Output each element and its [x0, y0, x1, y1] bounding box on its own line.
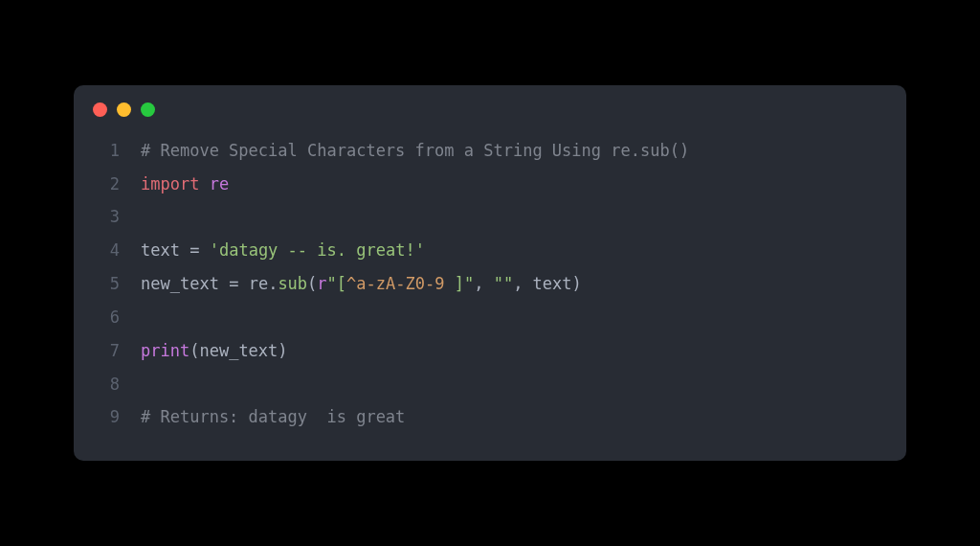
- code-token: r: [317, 274, 326, 293]
- code-token: [180, 240, 189, 260]
- code-content: [141, 301, 150, 334]
- code-token: sub: [278, 274, 307, 293]
- code-line: 2import re: [93, 168, 887, 201]
- code-token: ]": [455, 274, 474, 293]
- code-line: 6: [93, 301, 887, 334]
- line-number: 5: [93, 267, 120, 301]
- window-titlebar: [74, 85, 906, 125]
- zoom-icon[interactable]: [141, 102, 155, 117]
- code-token: =: [229, 274, 238, 293]
- code-token: ): [278, 341, 287, 360]
- code-line: 8: [93, 368, 887, 401]
- code-line: 9# Returns: datagy is great: [93, 400, 887, 434]
- code-token: "": [494, 274, 513, 293]
- code-content: # Returns: datagy is great: [141, 400, 405, 434]
- line-number: 6: [93, 301, 120, 334]
- code-token: ^a-zA-Z0-9: [346, 274, 455, 293]
- code-content: import re: [141, 168, 229, 201]
- close-icon[interactable]: [93, 102, 107, 117]
- code-token: # Remove Special Characters from a Strin…: [141, 141, 689, 160]
- minimize-icon[interactable]: [117, 102, 131, 117]
- code-content: print(new_text): [141, 334, 288, 368]
- line-number: 4: [93, 234, 120, 267]
- code-line: 5new_text = re.sub(r"[^a-zA-Z0-9 ]", "",…: [93, 267, 887, 301]
- code-token: print: [141, 341, 189, 360]
- code-content: [141, 200, 150, 234]
- code-token: import: [141, 174, 199, 193]
- code-content: new_text = re.sub(r"[^a-zA-Z0-9 ]", "", …: [141, 267, 582, 301]
- code-line: 4text = 'datagy -- is. great!': [93, 234, 887, 267]
- code-token: text: [141, 240, 180, 260]
- code-content: # Remove Special Characters from a Strin…: [141, 134, 689, 168]
- code-token: [199, 240, 209, 260]
- line-number: 1: [93, 134, 120, 168]
- code-token: .: [268, 274, 278, 293]
- code-content: text = 'datagy -- is. great!': [141, 234, 425, 267]
- code-editor-window: 1# Remove Special Characters from a Stri…: [74, 85, 906, 462]
- code-token: =: [189, 240, 199, 260]
- code-token: re: [210, 174, 229, 193]
- line-number: 8: [93, 368, 120, 401]
- code-token: new_text: [141, 274, 219, 293]
- code-token: [238, 274, 248, 293]
- code-token: # Returns: datagy is great: [141, 407, 405, 426]
- code-token: ,: [513, 274, 532, 293]
- code-token: ,: [474, 274, 493, 293]
- code-content: [141, 368, 150, 401]
- code-line: 1# Remove Special Characters from a Stri…: [93, 134, 887, 168]
- code-token: text: [533, 274, 572, 293]
- code-token: [219, 274, 229, 293]
- code-token: ): [572, 274, 582, 293]
- line-number: 9: [93, 400, 120, 434]
- code-token: "[: [327, 274, 346, 293]
- code-token: new_text: [199, 341, 278, 360]
- code-token: 'datagy -- is. great!': [210, 240, 425, 260]
- line-number: 7: [93, 334, 120, 368]
- line-number: 3: [93, 200, 120, 234]
- code-token: re: [249, 274, 268, 293]
- code-line: 3: [93, 200, 887, 234]
- code-token: (: [189, 341, 199, 360]
- code-area[interactable]: 1# Remove Special Characters from a Stri…: [74, 125, 906, 462]
- code-token: (: [307, 274, 317, 293]
- code-line: 7print(new_text): [93, 334, 887, 368]
- code-token: [199, 174, 209, 193]
- line-number: 2: [93, 168, 120, 201]
